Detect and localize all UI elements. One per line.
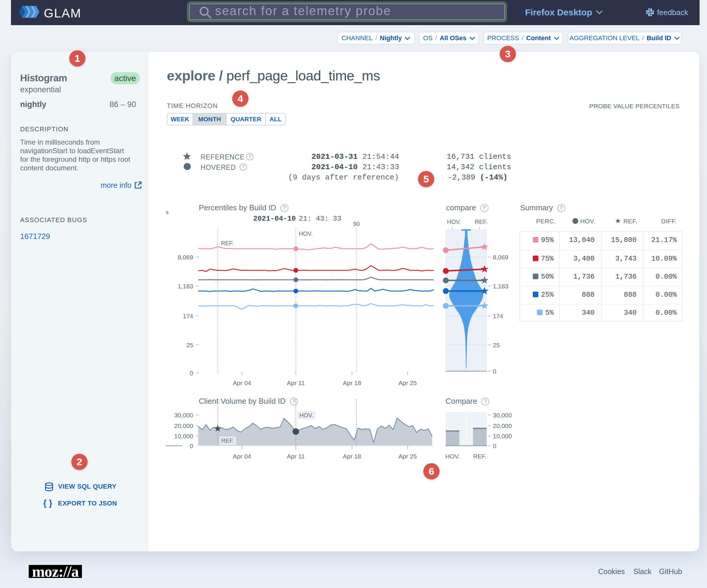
svg-text:Apr 18: Apr 18 (343, 453, 361, 460)
svg-text:8,069: 8,069 (177, 254, 193, 261)
svg-text:REF.: REF. (473, 453, 486, 460)
svg-text:25: 25 (187, 342, 193, 348)
svg-text:10,000: 10,000 (174, 433, 193, 440)
svg-text:REF.: REF. (221, 438, 234, 444)
svg-text:20,000: 20,000 (493, 422, 512, 429)
svg-text:Apr 04: Apr 04 (233, 379, 251, 386)
svg-text:21: 43: 33: 21: 43: 33 (299, 215, 341, 223)
svg-text:0: 0 (493, 368, 496, 375)
svg-text:8,069: 8,069 (493, 254, 508, 261)
svg-text:1,183: 1,183 (493, 283, 508, 289)
svg-text:Apr 11: Apr 11 (287, 379, 305, 386)
svg-text:HOV.: HOV. (447, 218, 461, 225)
svg-text:25: 25 (493, 342, 500, 348)
svg-text:Apr 04: Apr 04 (233, 453, 251, 460)
svg-text:REF.: REF. (475, 218, 487, 225)
svg-text:10,000: 10,000 (493, 433, 512, 440)
svg-text:174: 174 (493, 313, 503, 319)
svg-text:Apr 25: Apr 25 (399, 379, 417, 386)
svg-text:Apr 25: Apr 25 (399, 453, 417, 460)
svg-text:0: 0 (493, 443, 496, 449)
svg-text:30,000: 30,000 (493, 412, 512, 418)
svg-text:HOV.: HOV. (299, 231, 313, 237)
svg-text:Apr 18: Apr 18 (343, 379, 361, 386)
svg-text:90: 90 (353, 221, 360, 227)
svg-text:20,000: 20,000 (174, 422, 193, 429)
svg-text:0: 0 (190, 443, 193, 449)
svg-text:REF.: REF. (221, 240, 234, 246)
svg-text:0: 0 (190, 370, 193, 377)
svg-text:HOV.: HOV. (445, 453, 460, 460)
svg-text:Apr 11: Apr 11 (287, 453, 305, 460)
svg-text:HOV.: HOV. (299, 412, 313, 418)
svg-text:174: 174 (183, 313, 193, 319)
svg-text:30,000: 30,000 (174, 412, 193, 418)
svg-text:1,183: 1,183 (177, 283, 193, 289)
svg-text:2021-04-10: 2021-04-10 (253, 215, 296, 223)
